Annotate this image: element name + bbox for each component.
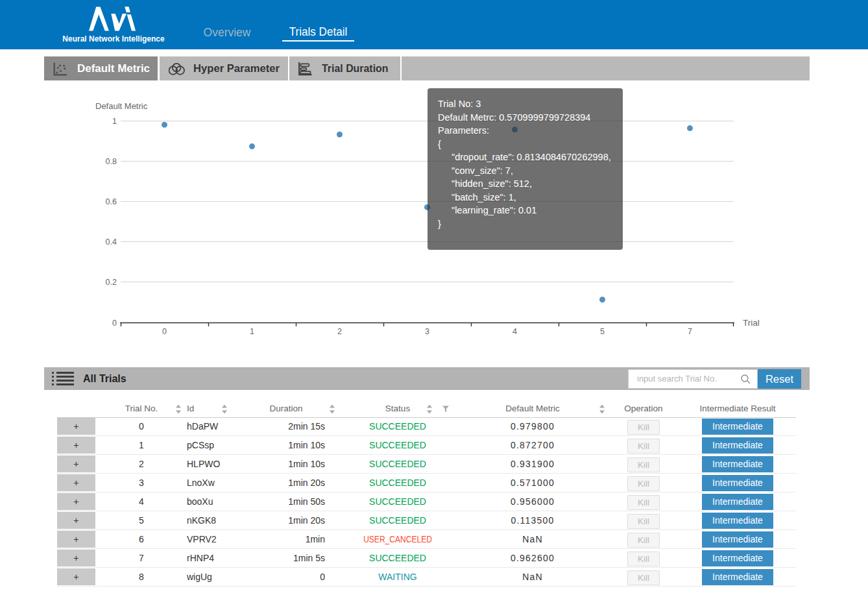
svg-text:0.6: 0.6 [106, 197, 117, 206]
svg-text:0.8: 0.8 [106, 157, 117, 166]
svg-text:Default Metric: Default Metric [95, 101, 148, 111]
svg-text:0.4: 0.4 [106, 237, 117, 247]
svg-text:3: 3 [425, 327, 429, 336]
svg-text:Trial: Trial [743, 318, 760, 328]
svg-text:0.2: 0.2 [106, 278, 117, 287]
svg-text:1: 1 [250, 327, 254, 336]
svg-text:0: 0 [162, 327, 167, 336]
svg-text:0: 0 [112, 319, 117, 328]
svg-text:2: 2 [337, 327, 342, 336]
svg-text:4: 4 [512, 327, 517, 336]
svg-text:5: 5 [600, 327, 605, 336]
svg-text:7: 7 [688, 327, 692, 336]
svg-text:1: 1 [112, 117, 117, 126]
